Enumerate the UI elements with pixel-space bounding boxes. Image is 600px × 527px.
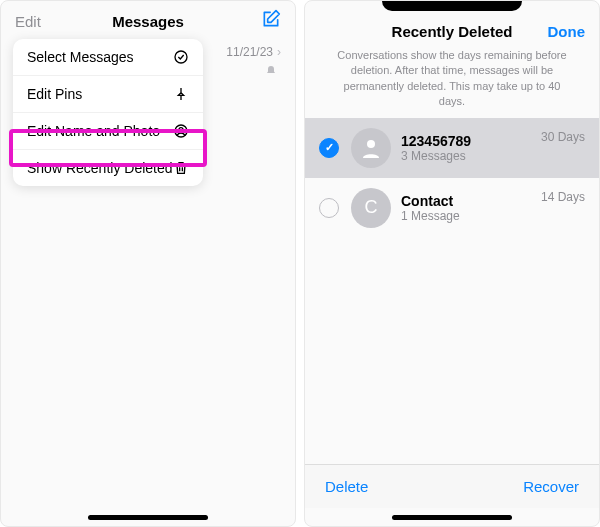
- menu-show-recently-deleted[interactable]: Show Recently Deleted: [13, 150, 203, 186]
- days-remaining: 30 Days: [541, 130, 585, 144]
- mute-icon: [265, 63, 277, 81]
- home-indicator: [88, 515, 208, 520]
- menu-item-label: Edit Name and Photo: [27, 123, 160, 139]
- messages-screen: Edit Messages 11/21/23 › Select Messages…: [0, 0, 296, 527]
- menu-edit-pins[interactable]: Edit Pins: [13, 76, 203, 113]
- menu-item-label: Edit Pins: [27, 86, 82, 102]
- list-item[interactable]: 123456789 3 Messages 30 Days: [305, 118, 599, 178]
- person-circle-icon: [173, 123, 189, 139]
- svg-point-2: [179, 128, 183, 132]
- svg-point-0: [175, 51, 187, 63]
- svg-point-3: [367, 140, 375, 148]
- chevron-right-icon: ›: [277, 45, 281, 59]
- avatar: [351, 128, 391, 168]
- menu-edit-name-photo[interactable]: Edit Name and Photo: [13, 113, 203, 150]
- recently-deleted-screen: Recently Deleted Done Conversations show…: [304, 0, 600, 527]
- avatar: C: [351, 188, 391, 228]
- pin-icon: [173, 86, 189, 102]
- trash-icon: [173, 160, 189, 176]
- list-item[interactable]: C Contact 1 Message 14 Days: [305, 178, 599, 238]
- conversation-title: 123456789: [401, 133, 541, 149]
- menu-item-label: Show Recently Deleted: [27, 160, 173, 176]
- person-icon: [359, 136, 383, 160]
- home-indicator: [392, 515, 512, 520]
- recover-button[interactable]: Recover: [523, 478, 579, 495]
- conversation-sub: 3 Messages: [401, 149, 541, 163]
- compose-icon: [261, 9, 281, 29]
- selection-checkbox[interactable]: [319, 198, 339, 218]
- messages-header: Edit Messages: [1, 1, 295, 41]
- edit-button[interactable]: Edit: [15, 13, 75, 30]
- notch: [382, 1, 522, 11]
- checkmark-circle-icon: [173, 49, 189, 65]
- header-description: Conversations show the days remaining be…: [305, 48, 599, 118]
- conversation-title: Contact: [401, 193, 541, 209]
- delete-button[interactable]: Delete: [325, 478, 368, 495]
- bottom-toolbar: Delete Recover: [305, 464, 599, 508]
- compose-button[interactable]: [221, 9, 281, 33]
- page-title: Recently Deleted: [392, 23, 513, 40]
- done-button[interactable]: Done: [525, 23, 585, 40]
- selection-checkbox[interactable]: [319, 138, 339, 158]
- menu-item-label: Select Messages: [27, 49, 134, 65]
- menu-select-messages[interactable]: Select Messages: [13, 39, 203, 76]
- edit-menu: Select Messages Edit Pins Edit Name and …: [13, 39, 203, 186]
- page-title: Messages: [112, 13, 184, 30]
- days-remaining: 14 Days: [541, 190, 585, 204]
- conversation-sub: 1 Message: [401, 209, 541, 223]
- conversation-date: 11/21/23 ›: [226, 45, 281, 59]
